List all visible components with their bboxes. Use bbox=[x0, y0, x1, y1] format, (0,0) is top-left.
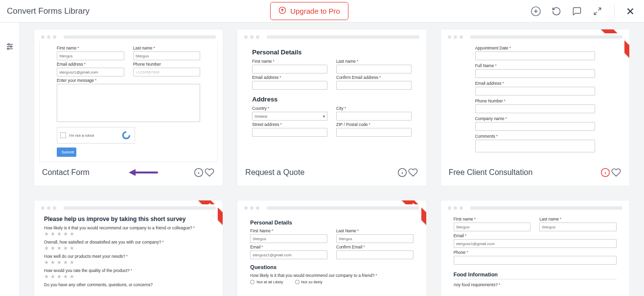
refresh-button[interactable] bbox=[550, 4, 563, 18]
sidebar bbox=[0, 23, 20, 296]
template-card-survey[interactable]: PRO Please help us improve by taking thi… bbox=[34, 200, 223, 296]
template-card-contact-form[interactable]: First name*Stergos Last name*Stergos Ema… bbox=[34, 29, 223, 186]
card-title: Free Client Consultation bbox=[449, 168, 533, 177]
svg-point-3 bbox=[10, 46, 11, 48]
template-card-food-info[interactable]: First name*Stergos Last name*Stergos Ema… bbox=[441, 200, 629, 296]
app-title: Convert Forms Library bbox=[7, 6, 90, 16]
card-preview: Personal Details First Name*Stergos Last… bbox=[242, 204, 421, 296]
svg-point-4 bbox=[7, 48, 8, 49]
card-preview: First name*Stergos Last name*Stergos Ema… bbox=[39, 33, 218, 162]
info-icon[interactable] bbox=[600, 167, 611, 178]
chat-button[interactable] bbox=[570, 4, 584, 18]
card-preview: First name*Stergos Last name*Stergos Ema… bbox=[446, 204, 624, 296]
template-card-consultation[interactable]: PRO Appointment Date* Full Name* Email a… bbox=[441, 29, 629, 186]
template-gallery: First name*Stergos Last name*Stergos Ema… bbox=[20, 23, 644, 296]
filters-button[interactable] bbox=[4, 41, 15, 52]
card-preview: Please help us improve by taking this sh… bbox=[39, 204, 218, 296]
divider bbox=[614, 4, 615, 18]
template-card-personal-questions[interactable]: PRO Personal Details First Name*Stergos … bbox=[237, 200, 426, 296]
add-button[interactable] bbox=[529, 4, 543, 18]
favorite-icon[interactable] bbox=[408, 167, 418, 178]
info-icon[interactable] bbox=[193, 167, 204, 178]
svg-point-2 bbox=[8, 44, 9, 45]
card-preview: Personal Details First name* Last name* … bbox=[242, 33, 421, 162]
expand-button[interactable] bbox=[591, 4, 604, 18]
app-header: Convert Forms Library Upgrade to Pro bbox=[0, 0, 644, 23]
upgrade-icon bbox=[278, 6, 286, 16]
favorite-icon[interactable] bbox=[611, 167, 621, 178]
card-preview: Appointment Date* Full Name* Email addre… bbox=[446, 33, 624, 162]
info-icon[interactable] bbox=[397, 167, 408, 178]
favorite-icon[interactable] bbox=[204, 167, 215, 178]
close-button[interactable] bbox=[623, 4, 637, 18]
upgrade-to-pro-button[interactable]: Upgrade to Pro bbox=[270, 2, 348, 20]
card-title: Contact Form bbox=[42, 168, 90, 177]
card-title: Request a Quote bbox=[245, 168, 304, 177]
upgrade-label: Upgrade to Pro bbox=[290, 7, 340, 15]
template-card-request-quote[interactable]: Personal Details First name* Last name* … bbox=[237, 29, 426, 186]
